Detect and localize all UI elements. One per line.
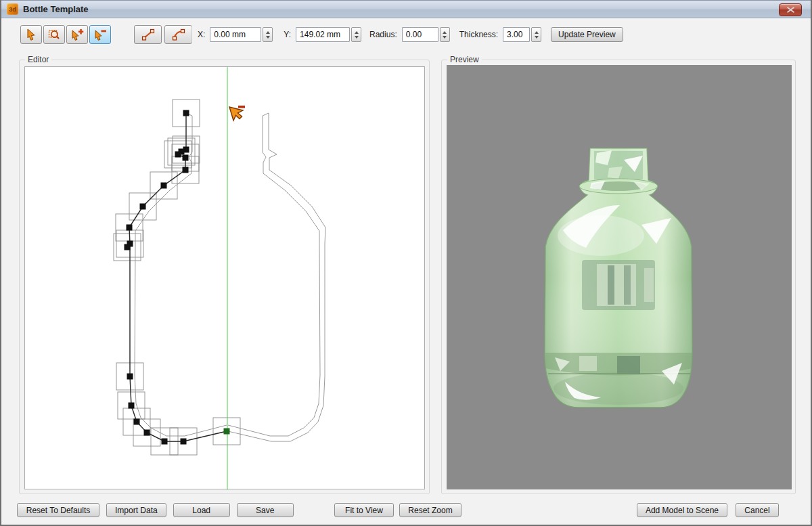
coordinate-fields: X: Y: Radius: Thickness:	[191, 26, 623, 43]
remove-point-cursor-icon	[229, 106, 245, 120]
y-field-spinner[interactable]	[351, 27, 361, 42]
bottle-preview-image	[447, 65, 792, 489]
spinner-down-icon	[266, 36, 270, 39]
line-segment-tool-button[interactable]	[134, 25, 162, 44]
toolbar: X: Y: Radius: Thickness:	[1, 19, 811, 50]
import-data-button[interactable]: Import Data	[106, 503, 166, 517]
profile-editor-svg[interactable]	[25, 67, 426, 490]
preview-groupbox: Preview	[441, 60, 796, 494]
preview-canvas[interactable]	[447, 65, 792, 489]
editor-groupbox-label: Editor	[25, 55, 51, 64]
footer-right-group: Add Model to Scene Cancel	[637, 503, 779, 517]
line-segment-icon	[141, 28, 156, 41]
footer-center-group: Fit to View Reset Zoom	[334, 503, 461, 517]
footer-left-group: Reset To Defaults Import Data Load Save	[17, 503, 294, 517]
segment-tool-group	[134, 25, 192, 44]
thickness-field-label: Thickness:	[459, 30, 498, 39]
radius-field-spinner[interactable]	[440, 27, 450, 42]
save-button[interactable]: Save	[237, 503, 294, 517]
x-field-input[interactable]	[210, 27, 261, 42]
reset-zoom-button[interactable]: Reset Zoom	[399, 503, 461, 517]
toolbar-separator	[191, 26, 192, 43]
remove-point-tool-button[interactable]	[89, 25, 111, 44]
spinner-up-icon	[266, 31, 270, 34]
zoom-region-tool-button[interactable]	[43, 25, 65, 44]
reset-to-defaults-button[interactable]: Reset To Defaults	[17, 503, 99, 517]
spinner-down-icon	[535, 36, 539, 39]
y-field-input[interactable]	[296, 27, 350, 42]
add-model-to-scene-button[interactable]: Add Model to Scene	[637, 503, 727, 517]
x-field-label: X:	[198, 30, 205, 39]
spinner-up-icon	[535, 31, 539, 34]
preview-groupbox-label: Preview	[447, 55, 482, 64]
thickness-field-spinner[interactable]	[531, 27, 541, 42]
add-point-tool-button[interactable]	[66, 25, 88, 44]
spinner-up-icon	[355, 31, 359, 34]
footer-bar: Reset To Defaults Import Data Load Save …	[1, 501, 811, 521]
select-tool-button[interactable]	[20, 25, 42, 44]
spinner-down-icon	[443, 36, 447, 39]
update-preview-button[interactable]: Update Preview	[551, 27, 623, 42]
curve-segment-tool-button[interactable]	[164, 25, 192, 44]
close-button[interactable]	[779, 3, 802, 16]
close-icon	[787, 7, 794, 13]
editor-canvas[interactable]	[24, 66, 425, 489]
zoom-region-icon	[47, 28, 61, 41]
titlebar[interactable]: 3d Bottle Template	[1, 0, 811, 18]
app-icon: 3d	[7, 3, 18, 15]
curve-segment-icon	[171, 28, 186, 41]
thickness-field-input[interactable]	[503, 27, 530, 42]
radius-field-label: Radius:	[369, 30, 397, 39]
x-field-spinner[interactable]	[263, 27, 273, 42]
cursor-add-icon	[70, 28, 84, 41]
y-field-label: Y:	[284, 30, 291, 39]
load-button[interactable]: Load	[173, 503, 230, 517]
window-title: Bottle Template	[23, 4, 89, 14]
editor-groupbox: Editor	[19, 60, 430, 494]
radius-field-input[interactable]	[402, 27, 438, 42]
cursor-remove-icon	[93, 28, 107, 41]
bottle-template-dialog: 3d Bottle Template	[0, 0, 812, 526]
fit-to-view-button[interactable]: Fit to View	[334, 503, 394, 517]
pointer-tool-group	[20, 25, 111, 44]
cancel-button[interactable]: Cancel	[736, 503, 779, 517]
spinner-up-icon	[443, 31, 447, 34]
spinner-down-icon	[355, 36, 359, 39]
cursor-arrow-icon	[24, 28, 38, 41]
